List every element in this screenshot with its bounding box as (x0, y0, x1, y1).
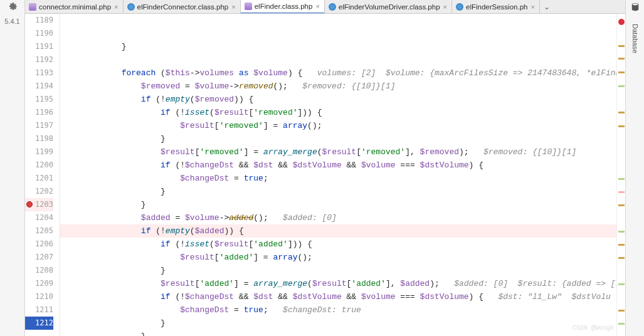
code-line[interactable]: } (60, 317, 616, 330)
class-file-icon (127, 3, 135, 11)
code-line[interactable]: $removed = $volume->removed(); $removed:… (60, 80, 616, 93)
line-number[interactable]: 1207 (25, 251, 53, 264)
right-tool-strip: Database (625, 0, 644, 336)
tab-elfinderconnector-class-php[interactable]: elFinderConnector.class.php× (124, 0, 241, 13)
php-version-label: 5.4.1 (4, 18, 19, 25)
tab-label: elFinderVolumeDriver.class.php (339, 3, 440, 11)
line-number[interactable]: 1197 (25, 119, 53, 132)
stripe-mark[interactable] (618, 71, 625, 73)
close-icon[interactable]: × (231, 3, 236, 11)
close-icon[interactable]: × (113, 3, 119, 11)
line-number[interactable]: 1204 (25, 211, 53, 224)
code-line[interactable] (60, 53, 616, 66)
stripe-mark[interactable] (618, 231, 625, 233)
code-line[interactable]: $added = $volume->added(); $added: [0] (60, 211, 616, 224)
line-number[interactable]: 1200 (25, 159, 53, 172)
tab-label: elFinderConnector.class.php (137, 3, 229, 11)
stripe-mark[interactable] (618, 58, 625, 60)
stripe-mark[interactable] (618, 310, 625, 312)
code-line[interactable]: $result['removed'] = array_merge($result… (60, 145, 616, 159)
tab-label: elFinder.class.php (255, 3, 313, 10)
close-icon[interactable]: × (443, 3, 448, 11)
tab-label: elFinderSession.ph (466, 3, 527, 11)
marker-stripe[interactable] (616, 14, 625, 336)
class-file-icon (329, 3, 336, 11)
tab-connector-minimal-php[interactable]: connector.minimal.php× (25, 0, 124, 13)
line-number[interactable]: 1191 (25, 40, 53, 53)
stripe-mark[interactable] (618, 283, 625, 285)
database-tool-label[interactable]: Database (631, 24, 639, 53)
stripe-mark[interactable] (618, 125, 625, 127)
database-icon[interactable] (631, 3, 640, 11)
code-line[interactable]: } (60, 198, 616, 211)
editor-tabs: connector.minimal.php×elFinderConnector.… (25, 0, 625, 14)
tab-elfinder-class-php[interactable]: elFinder.class.php× (241, 0, 325, 14)
line-number[interactable]: 1202 (25, 185, 53, 198)
code-viewport[interactable]: } foreach ($this->volumes as $volume) { … (60, 14, 616, 336)
code-line[interactable]: } (60, 185, 616, 198)
line-number[interactable]: 1205 (25, 224, 53, 238)
line-number[interactable]: 1209 (25, 277, 53, 290)
stripe-mark[interactable] (618, 244, 625, 246)
code-line[interactable]: if (!$changeDst && $dst && $dstVolume &&… (60, 290, 616, 303)
code-line[interactable]: } (60, 132, 616, 145)
tab-label: connector.minimal.php (39, 3, 111, 11)
code-line[interactable]: if (!isset($result['removed'])) { (60, 106, 616, 119)
line-number[interactable]: 1211 (25, 303, 53, 317)
watermark: CSDN @Wongk (573, 322, 614, 335)
stripe-mark[interactable] (618, 85, 625, 87)
line-number[interactable]: 1189 (25, 14, 53, 27)
code-line[interactable]: if (!isset($result['added'])) { (60, 238, 616, 251)
php-file-icon (245, 3, 252, 10)
error-indicator-icon[interactable] (618, 19, 625, 25)
line-number[interactable]: 1190 (25, 27, 53, 40)
line-number[interactable]: 1206 (25, 238, 53, 251)
line-number[interactable]: 1192 (25, 53, 53, 66)
stripe-mark[interactable] (618, 204, 625, 206)
tab-elfindervolumedriver-class-php[interactable]: elFinderVolumeDriver.class.php× (325, 0, 452, 13)
close-icon[interactable]: × (315, 3, 320, 10)
stripe-mark[interactable] (618, 45, 625, 47)
line-number[interactable]: 1201 (25, 172, 53, 185)
line-number[interactable]: 1196 (25, 106, 53, 119)
code-line[interactable]: foreach ($this->volumes as $volume) { vo… (60, 66, 616, 80)
line-number[interactable]: 1210 (25, 290, 53, 303)
php-file-icon (29, 3, 36, 11)
code-line[interactable]: } (60, 264, 616, 277)
code-line[interactable]: } (60, 330, 616, 336)
line-number[interactable]: 1199 (25, 145, 53, 159)
stripe-mark[interactable] (618, 112, 625, 113)
code-line[interactable]: if (!empty($added)) { (60, 224, 616, 238)
stripe-mark[interactable] (618, 257, 625, 259)
line-number[interactable]: 1212 (25, 317, 53, 330)
line-number[interactable]: 1195 (25, 93, 53, 106)
code-line[interactable]: if (!$changeDst && $dst && $dstVolume &&… (60, 159, 616, 172)
code-line[interactable]: $result['added'] = array(); (60, 251, 616, 264)
editor-area: 1189119011911192119311941195119611971198… (25, 14, 625, 336)
close-icon[interactable]: × (530, 3, 535, 11)
stripe-mark[interactable] (618, 323, 625, 325)
gear-icon[interactable] (8, 1, 18, 11)
stripe-mark[interactable] (618, 191, 625, 193)
line-gutter[interactable]: 1189119011911192119311941195119611971198… (25, 14, 60, 336)
code-line[interactable]: $result['removed'] = array(); (60, 119, 616, 132)
line-number[interactable]: 1208 (25, 264, 53, 277)
tab-elfindersession-ph[interactable]: elFinderSession.ph× (452, 0, 540, 13)
left-tool-strip: 5.4.1 (0, 0, 25, 336)
code-line[interactable]: } (60, 40, 616, 53)
code-line[interactable]: $result['added'] = array_merge($result['… (60, 277, 616, 290)
line-number[interactable]: 1198 (25, 132, 53, 145)
line-number[interactable]: 1194 (25, 80, 53, 93)
code-line[interactable]: $changeDst = true; $changeDst: true (60, 303, 616, 317)
chevron-down-icon[interactable]: ⌄ (540, 0, 554, 13)
code-line[interactable]: if (!empty($removed)) { (60, 93, 616, 106)
class-file-icon (456, 3, 463, 11)
line-number[interactable]: 1193 (25, 66, 53, 80)
code-line[interactable]: $changeDst = true; (60, 172, 616, 185)
stripe-mark[interactable] (618, 178, 625, 180)
breakpoint-icon[interactable] (26, 201, 33, 207)
